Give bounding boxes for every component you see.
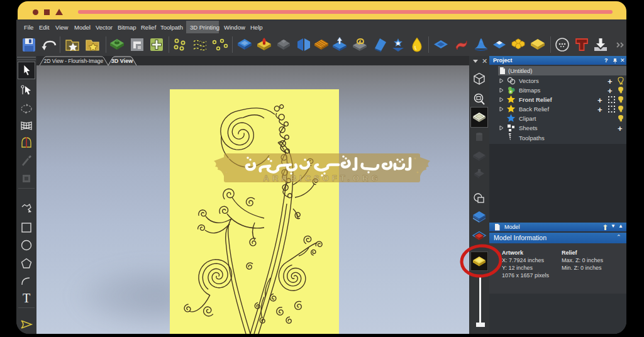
svg-text:2D View - Flourish-Image: 2D View - Flourish-Image [44, 58, 104, 64]
svg-text:3D View: 3D View [111, 58, 133, 64]
svg-text:ARABICSOFT.ORG: ARABICSOFT.ORG [264, 174, 381, 183]
